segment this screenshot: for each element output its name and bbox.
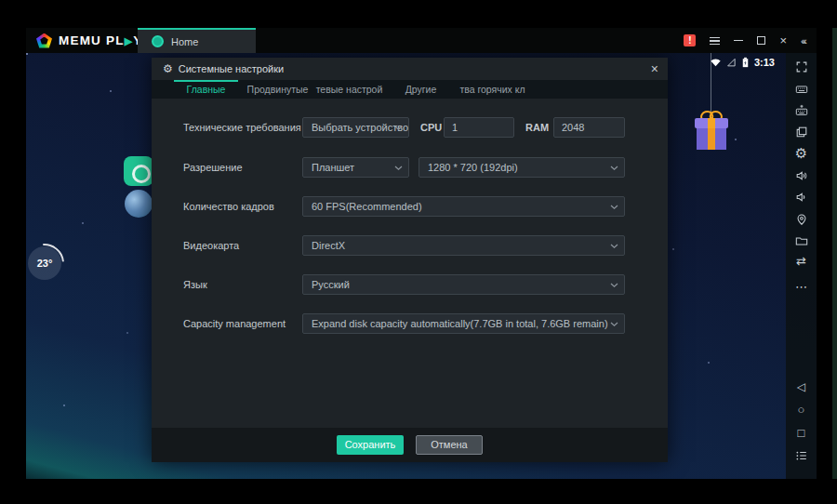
cpu-label: CPU bbox=[420, 117, 442, 138]
gpu-select[interactable]: DirectX bbox=[302, 235, 625, 256]
language-select[interactable]: Русский bbox=[302, 274, 625, 295]
volume-up-icon[interactable] bbox=[786, 169, 817, 186]
memu-window: MEMU PL▶Y Home ! × ‹‹‹ 3:13 bbox=[26, 28, 817, 479]
app-icon-1[interactable] bbox=[124, 156, 153, 186]
cancel-button[interactable]: Отмена bbox=[416, 435, 483, 455]
tab-advanced[interactable]: Продвинутые bbox=[242, 80, 313, 99]
dialog-close-button[interactable]: × bbox=[651, 61, 658, 76]
play-icon: ▶ bbox=[125, 35, 134, 46]
cpu-input[interactable] bbox=[444, 117, 514, 138]
row-capacity: Capacity management Expand disk capacity… bbox=[152, 313, 668, 334]
tab-hotkeys[interactable]: тва горячих кл bbox=[457, 80, 528, 99]
chevron-down-icon bbox=[394, 126, 403, 131]
titlebar: MEMU PL▶Y Home ! × ‹‹‹ bbox=[26, 28, 817, 53]
shared-folder-icon[interactable] bbox=[786, 234, 817, 251]
dialog-title: Системные настройки bbox=[179, 63, 284, 74]
language-label: Язык bbox=[183, 274, 207, 295]
app-list-icon[interactable] bbox=[786, 449, 817, 466]
row-fps: Количество кадров 60 FPS(Recommended) bbox=[152, 196, 668, 217]
battery-charging-icon bbox=[740, 56, 751, 69]
multi-window-icon[interactable] bbox=[786, 126, 817, 142]
volume-down-icon[interactable] bbox=[786, 191, 817, 207]
dialog-header: ⚙ Системные настройки bbox=[152, 58, 668, 80]
window-controls: ! × ‹‹‹ bbox=[684, 28, 809, 53]
menu-icon[interactable] bbox=[710, 37, 720, 45]
keyboard-icon[interactable] bbox=[786, 83, 817, 99]
brand-text: MEMU PL▶Y bbox=[59, 33, 143, 47]
android-back-icon[interactable]: ◁ bbox=[786, 380, 817, 393]
android-recents-icon[interactable]: □ bbox=[786, 427, 817, 440]
settings-gear-icon[interactable]: ⚙ bbox=[786, 147, 817, 160]
home-tab-icon bbox=[152, 35, 164, 47]
location-icon[interactable] bbox=[786, 213, 817, 230]
resolution-type-select[interactable]: Планшет bbox=[302, 157, 409, 178]
resolution-label: Разрешение bbox=[183, 157, 243, 178]
emulator-screen: 3:13 23° ⚙ ⇄ ⋯ ◁ bbox=[26, 53, 817, 479]
dialog-tabbar: Главные Продвинутые тевые настрой Другие… bbox=[152, 80, 668, 99]
android-home-icon[interactable]: ○ bbox=[786, 404, 817, 417]
resolution-value-select[interactable]: 1280 * 720 (192dpi) bbox=[418, 157, 625, 178]
temperature-label: 23° bbox=[37, 258, 53, 269]
chevron-down-icon bbox=[394, 166, 403, 171]
chevron-down-icon bbox=[610, 166, 618, 171]
rotate-icon[interactable]: ⇄ bbox=[786, 255, 817, 268]
notification-badge[interactable]: ! bbox=[684, 34, 696, 46]
home-tab-label: Home bbox=[171, 36, 198, 47]
memu-logo-icon bbox=[36, 33, 52, 48]
browser-app-icon[interactable] bbox=[125, 190, 153, 218]
row-gpu: Видеокарта DirectX bbox=[152, 235, 668, 256]
gift-box-icon bbox=[697, 128, 726, 150]
tool-sidebar: ⚙ ⇄ ⋯ ◁ ○ □ bbox=[786, 53, 817, 479]
chevron-down-icon bbox=[610, 244, 618, 249]
chevron-down-icon bbox=[610, 283, 618, 288]
more-icon[interactable]: ⋯ bbox=[786, 281, 817, 294]
clock: 3:13 bbox=[754, 57, 775, 68]
background-window-sliver bbox=[832, 28, 837, 479]
maximize-button[interactable] bbox=[757, 36, 765, 45]
keymapping-icon[interactable] bbox=[786, 104, 817, 121]
gift-lid bbox=[695, 118, 728, 128]
chevron-down-icon bbox=[610, 205, 618, 210]
collapse-sidebar-icon[interactable]: ‹‹‹ bbox=[801, 35, 809, 46]
tab-main[interactable]: Главные bbox=[170, 80, 242, 99]
app-logo: MEMU PL▶Y bbox=[26, 33, 143, 48]
capacity-label: Capacity management bbox=[183, 313, 286, 334]
system-settings-dialog: ⚙ Системные настройки × Главные Продвину… bbox=[152, 58, 668, 462]
close-window-button[interactable]: × bbox=[779, 34, 787, 46]
fps-label: Количество кадров bbox=[183, 196, 274, 217]
requirements-label: Технические требования bbox=[183, 117, 301, 138]
capacity-select[interactable]: Expand disk capacity automatically(7.7GB… bbox=[302, 313, 625, 334]
save-button[interactable]: Сохранить bbox=[337, 435, 404, 455]
gift-string bbox=[711, 53, 711, 118]
weather-widget[interactable]: 23° bbox=[28, 246, 61, 280]
ram-label: RAM bbox=[525, 117, 549, 138]
tab-other[interactable]: Другие bbox=[385, 80, 457, 99]
device-select[interactable]: Выбрать устройство bbox=[302, 117, 409, 138]
tab-network[interactable]: тевые настрой bbox=[313, 80, 385, 99]
gift-widget[interactable] bbox=[693, 53, 730, 153]
fullscreen-icon[interactable] bbox=[786, 60, 817, 77]
minimize-button[interactable] bbox=[734, 40, 743, 42]
fps-select[interactable]: 60 FPS(Recommended) bbox=[302, 196, 625, 217]
row-requirements: Технические требования Выбрать устройств… bbox=[152, 117, 668, 138]
chevron-down-icon bbox=[610, 322, 618, 327]
desktop-app-icons bbox=[124, 156, 155, 218]
dialog-gear-icon: ⚙ bbox=[163, 62, 173, 75]
dialog-footer: Сохранить Отмена bbox=[152, 428, 668, 462]
ram-input[interactable] bbox=[553, 117, 625, 138]
tab-home[interactable]: Home bbox=[138, 28, 256, 53]
row-language: Язык Русский bbox=[152, 274, 668, 295]
row-resolution: Разрешение Планшет 1280 * 720 (192dpi) bbox=[152, 157, 668, 178]
gpu-label: Видеокарта bbox=[183, 235, 239, 256]
